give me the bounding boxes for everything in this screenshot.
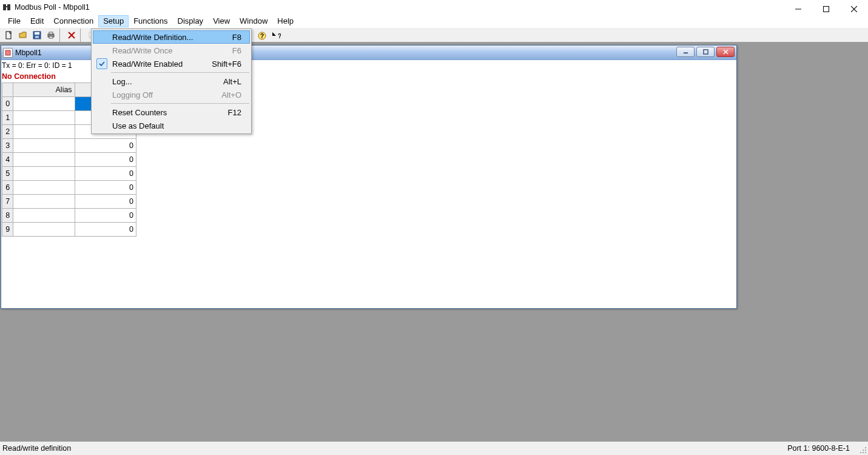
statusbar-text: Read/write definition (0, 444, 787, 453)
menu-item-log[interactable]: Log...Alt+L (93, 75, 250, 88)
alias-cell[interactable] (13, 153, 75, 167)
open-icon[interactable] (16, 29, 30, 42)
alias-cell[interactable] (13, 97, 75, 111)
menubar: FileEditConnectionSetupFunctionsDisplayV… (0, 15, 868, 28)
menu-functions[interactable]: Functions (129, 15, 172, 27)
menu-help[interactable]: Help (272, 15, 298, 27)
value-cell[interactable]: 0 (75, 209, 136, 223)
svg-text:?: ? (260, 33, 263, 39)
close-button[interactable] (840, 0, 868, 18)
menu-item-shortcut: F6 (232, 46, 250, 55)
alias-cell[interactable] (13, 111, 75, 125)
toolbar-separator (59, 29, 63, 42)
menu-connection[interactable]: Connection (49, 15, 98, 27)
setup-menu: Read/Write Definition...F8Read/Write Onc… (91, 29, 252, 134)
column-header-alias[interactable]: Alias (13, 83, 75, 97)
menu-view[interactable]: View (208, 15, 235, 27)
row-header[interactable]: 4 (2, 153, 13, 167)
alias-cell[interactable] (13, 195, 75, 209)
window-title: Modbus Poll - Mbpoll1 (15, 3, 90, 12)
statusbar: Read/write definition Port 1: 9600-8-E-1 (0, 441, 868, 455)
delete-icon[interactable] (64, 29, 78, 42)
menu-display[interactable]: Display (173, 15, 209, 27)
alias-cell[interactable] (13, 139, 75, 153)
menu-item-label: Read/Write Once (112, 46, 232, 55)
svg-rect-12 (49, 32, 53, 34)
app-icon (2, 2, 12, 12)
svg-rect-9 (35, 32, 39, 35)
maximize-button[interactable] (812, 0, 840, 18)
menu-item-read-write-enabled[interactable]: Read/Write EnabledShift+F6 (93, 57, 250, 70)
svg-rect-18 (5, 50, 10, 55)
row-header[interactable]: 5 (2, 167, 13, 181)
menu-item-shortcut: Alt+L (223, 77, 250, 86)
row-header[interactable]: 0 (2, 97, 13, 111)
menu-item-reset-counters[interactable]: Reset CountersF12 (93, 106, 250, 119)
alias-cell[interactable] (13, 209, 75, 223)
menu-item-read-write-definition[interactable]: Read/Write Definition...F8 (93, 30, 250, 44)
save-icon[interactable] (30, 29, 44, 42)
childwin-maximize-button[interactable] (696, 47, 715, 57)
table-row[interactable]: 60 (2, 181, 136, 195)
value-cell[interactable]: 0 (75, 153, 136, 167)
svg-rect-13 (49, 36, 53, 38)
table-row[interactable]: 30 (2, 139, 136, 153)
row-header[interactable]: 1 (2, 111, 13, 125)
minimize-button[interactable] (784, 0, 812, 18)
table-row[interactable]: 50 (2, 167, 136, 181)
childwin-icon (3, 48, 13, 58)
statusbar-port: Port 1: 9600-8-E-1 (787, 444, 868, 453)
table-row[interactable]: 70 (2, 195, 136, 209)
value-cell[interactable]: 0 (75, 181, 136, 195)
toolbar-separator (80, 29, 84, 42)
menu-window[interactable]: Window (235, 15, 272, 27)
alias-cell[interactable] (13, 181, 75, 195)
menu-item-label: Reset Counters (112, 108, 228, 117)
new-icon[interactable] (2, 29, 16, 42)
svg-rect-7 (6, 32, 11, 39)
row-header[interactable]: 8 (2, 209, 13, 223)
menu-item-logging-off: Logging OffAlt+O (93, 88, 250, 101)
svg-text:?: ? (278, 33, 281, 39)
menu-item-label: Read/Write Enabled (112, 59, 212, 69)
row-header[interactable]: 9 (2, 223, 13, 237)
svg-rect-20 (703, 50, 707, 54)
menu-separator (111, 72, 249, 73)
svg-point-26 (860, 452, 861, 453)
row-header[interactable]: 6 (2, 181, 13, 195)
print-icon[interactable] (44, 29, 58, 42)
alias-cell[interactable] (13, 125, 75, 139)
context-help-icon[interactable]: ? (269, 29, 283, 42)
childwin-close-button[interactable] (716, 47, 735, 57)
svg-rect-4 (824, 7, 829, 12)
menu-setup[interactable]: Setup (98, 15, 129, 27)
row-header[interactable]: 2 (2, 125, 13, 139)
menu-file[interactable]: File (3, 15, 25, 27)
menu-separator (111, 103, 249, 104)
table-row[interactable]: 90 (2, 223, 136, 237)
value-cell[interactable]: 0 (75, 195, 136, 209)
menu-item-label: Log... (112, 77, 223, 86)
svg-point-28 (865, 452, 866, 453)
svg-point-25 (865, 450, 866, 451)
menu-edit[interactable]: Edit (25, 15, 49, 27)
table-row[interactable]: 40 (2, 153, 136, 167)
menu-item-shortcut: Alt+O (221, 90, 250, 99)
childwin-minimize-button[interactable] (676, 47, 695, 57)
value-cell[interactable]: 0 (75, 167, 136, 181)
about-icon[interactable]: ? (255, 29, 269, 42)
row-header[interactable]: 3 (2, 139, 13, 153)
table-row[interactable]: 80 (2, 209, 136, 223)
row-header[interactable]: 7 (2, 195, 13, 209)
menu-item-label: Logging Off (112, 90, 221, 99)
menu-item-read-write-once: Read/Write OnceF6 (93, 44, 250, 57)
svg-rect-0 (3, 4, 6, 10)
alias-cell[interactable] (13, 167, 75, 181)
value-cell[interactable]: 0 (75, 223, 136, 237)
value-cell[interactable]: 0 (75, 139, 136, 153)
alias-cell[interactable] (13, 223, 75, 237)
resize-grip-icon[interactable] (858, 445, 867, 454)
menu-item-use-as-default[interactable]: Use as Default (93, 119, 250, 132)
svg-point-23 (865, 447, 866, 448)
menu-item-shortcut: F8 (232, 33, 249, 42)
